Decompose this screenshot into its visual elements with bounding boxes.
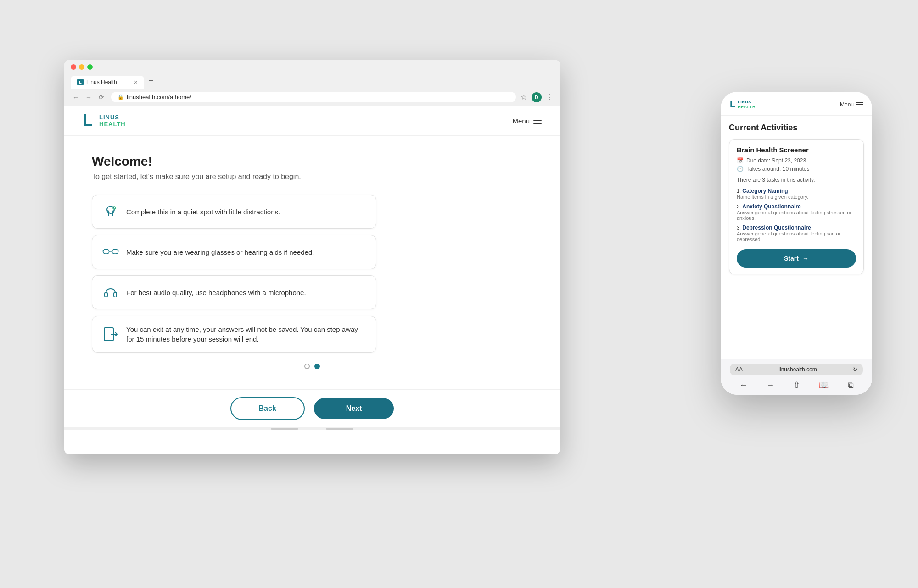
calendar-icon: 📅: [737, 157, 744, 164]
task-1-number: 1.: [737, 188, 742, 194]
mobile-device: L LINUS HEALTH Menu Current Activities B…: [721, 92, 872, 395]
headphones-text: For best audio quality, use headphones w…: [126, 288, 306, 297]
mobile-menu-label: Menu: [840, 101, 854, 108]
bottom-bar: Back Next: [64, 389, 560, 427]
bookmark-icon[interactable]: ☆: [521, 93, 527, 101]
task-2-description: Answer general questions about feeling s…: [737, 210, 851, 221]
mobile-menu-button[interactable]: Menu: [840, 101, 863, 108]
mobile-main: Current Activities Brain Health Screener…: [721, 116, 872, 359]
browser-traffic-lights: [71, 64, 554, 70]
welcome-title: Welcome!: [92, 154, 152, 169]
takes-around-text: Takes around: 10 minutes: [746, 166, 809, 172]
lock-icon: 🔒: [118, 94, 124, 100]
user-avatar: D: [532, 92, 542, 102]
pagination-dot-2[interactable]: [314, 364, 320, 369]
mobile-logo-text: LINUS HEALTH: [738, 100, 756, 110]
exit-icon: [102, 326, 119, 342]
address-bar-actions: ☆ D ⋮: [521, 92, 554, 102]
mobile-reload-icon[interactable]: ↻: [853, 366, 857, 373]
mobile-share-button[interactable]: ⇧: [793, 380, 800, 390]
task-3-number: 3.: [737, 225, 742, 230]
task-3-title: Depression Questionnaire: [742, 224, 811, 231]
mobile-logo: L LINUS HEALTH: [730, 99, 756, 110]
mobile-bookmarks-button[interactable]: 📖: [819, 380, 829, 390]
scrollbar-thumb-1[interactable]: [271, 428, 298, 430]
hamburger-icon: [533, 118, 542, 124]
mobile-aa-label: AA: [735, 366, 743, 373]
task-item-3: 3. Depression Questionnaire Answer gener…: [737, 224, 856, 242]
svg-rect-6: [103, 249, 109, 254]
tab-title: Linus Health: [86, 79, 117, 85]
mobile-logo-health: HEALTH: [738, 105, 756, 110]
mobile-url-bar[interactable]: AA linushealth.com ↻: [730, 364, 863, 375]
headphones-card: For best audio quality, use headphones w…: [92, 275, 376, 309]
browser-window: L Linus Health × + ← → ⟳ 🔒 linushealth.c…: [64, 60, 560, 454]
mobile-logo-linus: LINUS: [738, 100, 756, 105]
address-bar[interactable]: 🔒 linushealth.com/athome/: [111, 92, 516, 102]
task-1-description: Name items in a given category.: [737, 194, 808, 200]
mobile-logo-icon: L: [730, 99, 735, 110]
clock-icon: 🕐: [737, 166, 744, 172]
start-button[interactable]: Start →: [737, 249, 856, 268]
exit-text: You can exit at any time, your answers w…: [126, 325, 366, 344]
logo-icon: L: [83, 112, 96, 129]
mobile-bottom-bar: AA linushealth.com ↻ ← → ⇧ 📖 ⧉: [721, 359, 872, 395]
back-nav-button[interactable]: ←: [71, 92, 81, 102]
task-list: 1. Category Naming Name items in a given…: [737, 188, 856, 242]
browser-addressbar: ← → ⟳ 🔒 linushealth.com/athome/ ☆ D ⋮: [64, 89, 560, 106]
current-activities-title: Current Activities: [729, 123, 864, 133]
logo-health: HEALTH: [99, 121, 126, 128]
due-date-text: Due date: Sept 23, 2023: [746, 157, 806, 164]
browser-tabs: L Linus Health × +: [71, 73, 554, 89]
glasses-card: Make sure you are wearing glasses or hea…: [92, 235, 376, 269]
task-item-1: 1. Category Naming Name items in a given…: [737, 188, 856, 200]
close-window-button[interactable]: [71, 64, 76, 70]
maximize-window-button[interactable]: [87, 64, 93, 70]
quiet-spot-card: ♪ Complete this in a quiet spot with lit…: [92, 195, 376, 229]
task-2-number: 2.: [737, 204, 742, 209]
next-button[interactable]: Next: [314, 398, 394, 419]
tab-close-button[interactable]: ×: [134, 78, 138, 86]
start-button-label: Start: [784, 255, 799, 262]
browser-chrome: L Linus Health × +: [64, 60, 560, 89]
logo-linus: LINUS: [99, 114, 126, 121]
quiet-spot-text: Complete this in a quiet spot with littl…: [126, 207, 280, 217]
cards-container: ♪ Complete this in a quiet spot with lit…: [92, 195, 376, 353]
mobile-forward-button[interactable]: →: [766, 381, 774, 390]
time-item: 🕐 Takes around: 10 minutes: [737, 166, 856, 172]
exit-card: You can exit at any time, your answers w…: [92, 316, 376, 353]
tasks-intro: There are 3 tasks in this activity.: [737, 177, 856, 183]
scrollbar-thumb-2[interactable]: [326, 428, 353, 430]
minimize-window-button[interactable]: [79, 64, 84, 70]
browser-tab[interactable]: L Linus Health ×: [71, 76, 144, 89]
app-header: L LINUS HEALTH Menu: [64, 106, 560, 136]
url-text: linushealth.com/athome/: [127, 94, 191, 101]
pagination-dots: [170, 364, 454, 369]
back-button[interactable]: Back: [230, 397, 305, 420]
activity-card: Brain Health Screener 📅 Due date: Sept 2…: [729, 139, 864, 274]
menu-label: Menu: [512, 117, 530, 125]
mobile-url-text: linushealth.com: [778, 366, 817, 373]
pagination-dot-1[interactable]: [304, 364, 310, 369]
mobile-tabs-button[interactable]: ⧉: [848, 381, 854, 390]
quiet-spot-icon: ♪: [102, 203, 119, 220]
start-arrow-icon: →: [802, 255, 809, 262]
task-item-2: 2. Anxiety Questionnaire Answer general …: [737, 203, 856, 221]
svg-rect-7: [112, 249, 118, 254]
menu-button[interactable]: Menu: [512, 117, 542, 125]
new-tab-button[interactable]: +: [144, 73, 158, 89]
svg-text:L: L: [83, 112, 93, 129]
headphones-icon: [102, 284, 119, 301]
app-content: L LINUS HEALTH Menu Welcome! To get star…: [64, 106, 560, 454]
glasses-text: Make sure you are wearing glasses or hea…: [126, 247, 314, 257]
task-1-title: Category Naming: [742, 188, 788, 194]
mobile-back-button[interactable]: ←: [739, 381, 747, 390]
activity-title: Brain Health Screener: [737, 146, 856, 154]
task-3-description: Answer general questions about feeling s…: [737, 231, 840, 242]
activity-meta: 📅 Due date: Sept 23, 2023 🕐 Takes around…: [737, 157, 856, 172]
mobile-hamburger-icon: [856, 101, 863, 108]
forward-nav-button[interactable]: →: [84, 92, 94, 102]
more-options-icon[interactable]: ⋮: [546, 93, 554, 101]
mobile-nav-bar: ← → ⇧ 📖 ⧉: [730, 380, 863, 390]
reload-button[interactable]: ⟳: [96, 92, 106, 102]
